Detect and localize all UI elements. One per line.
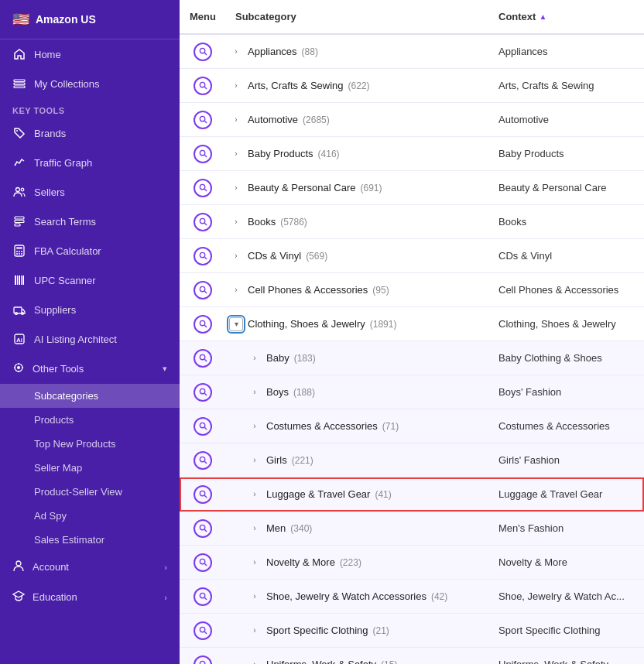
row-search-btn[interactable] (180, 587, 226, 606)
row-search-btn[interactable] (180, 553, 226, 572)
row-context-cell: Clothing, Shoes & Jewelry (489, 312, 644, 336)
row-search-btn[interactable] (180, 621, 226, 640)
svg-point-30 (200, 48, 204, 53)
sidebar-item-traffic-graph[interactable]: Traffic Graph (0, 148, 180, 177)
row-search-btn[interactable] (180, 655, 226, 665)
category-count: (622) (348, 80, 370, 91)
row-search-btn[interactable] (180, 417, 226, 436)
sidebar-item-brands[interactable]: Brands (0, 118, 180, 148)
expand-btn[interactable]: › (229, 45, 243, 59)
traffic-graph-icon (12, 156, 26, 169)
sidebar: 🇺🇸 Amazon US Home My Collections Key Too… (0, 0, 180, 664)
account-icon (12, 560, 25, 574)
sidebar-sub-ad-spy[interactable]: Ad Spy (0, 504, 180, 528)
search-icon (194, 145, 212, 163)
row-search-btn[interactable] (180, 179, 226, 197)
category-count: (1891) (370, 319, 397, 330)
category-count: (416) (318, 149, 340, 159)
row-search-btn[interactable] (180, 111, 226, 129)
education-icon (12, 590, 25, 604)
category-name: Sport Specific Clothing (266, 625, 368, 636)
sidebar-item-fba-calculator[interactable]: FBA Calculator (0, 236, 180, 265)
row-search-btn[interactable] (180, 349, 226, 368)
expand-btn[interactable]: › (248, 556, 262, 570)
key-tools-section: Key Tools (0, 98, 180, 118)
expand-btn[interactable]: › (248, 419, 262, 433)
row-context-cell: Luggage & Travel Gear (489, 482, 644, 506)
svg-line-57 (204, 495, 207, 498)
expand-btn[interactable]: › (229, 79, 243, 93)
sidebar-sub-sales-estimator[interactable]: Sales Estimator (0, 528, 180, 552)
expand-btn[interactable]: › (229, 147, 243, 161)
sidebar-item-upc-scanner[interactable]: UPC Scanner (0, 265, 180, 295)
svg-point-12 (19, 251, 20, 252)
collections-label: My Collections (34, 78, 100, 90)
expand-btn[interactable]: › (229, 249, 243, 263)
svg-point-44 (200, 286, 204, 291)
expand-btn[interactable]: › (248, 385, 262, 399)
svg-line-47 (204, 325, 207, 327)
row-search-btn[interactable] (180, 145, 226, 163)
expand-btn[interactable]: › (248, 488, 262, 501)
expand-btn[interactable]: › (229, 215, 243, 229)
expand-btn[interactable]: › (229, 181, 243, 195)
sidebar-sub-product-seller-view[interactable]: Product-Seller View (0, 480, 180, 504)
row-context-cell: Men's Fashion (489, 516, 644, 540)
th-menu: Menu (180, 0, 226, 33)
expand-btn[interactable]: › (229, 113, 243, 127)
row-search-btn[interactable] (180, 383, 226, 402)
expand-btn[interactable]: › (248, 351, 262, 365)
sidebar-sub-products[interactable]: Products (0, 408, 180, 432)
sidebar-sub-top-new-products[interactable]: Top New Products (0, 432, 180, 456)
th-context[interactable]: Context ▲ (489, 0, 644, 33)
sidebar-item-sellers[interactable]: Sellers (0, 177, 180, 207)
svg-line-61 (204, 563, 207, 566)
category-name: Cell Phones & Accessories (248, 284, 368, 296)
education-group[interactable]: Education › (0, 582, 180, 612)
account-group[interactable]: Account › (0, 552, 180, 582)
row-search-btn[interactable] (180, 43, 226, 61)
row-context-cell: Costumes & Accessories (489, 414, 644, 438)
row-context-cell: Girls' Fashion (489, 448, 644, 472)
expand-btn[interactable]: › (248, 522, 262, 536)
other-tools-group[interactable]: Other Tools ▾ (0, 354, 180, 384)
svg-point-56 (200, 491, 204, 495)
expand-btn[interactable]: › (248, 590, 262, 604)
row-search-btn[interactable] (180, 519, 226, 538)
row-search-btn[interactable] (180, 485, 226, 504)
expand-btn[interactable]: › (248, 658, 262, 665)
calculator-icon (12, 244, 26, 258)
row-search-btn[interactable] (180, 315, 226, 334)
sidebar-item-suppliers[interactable]: Suppliers (0, 295, 180, 324)
sidebar-item-collections[interactable]: My Collections (0, 69, 180, 98)
row-subcategory-cell: › CDs & Vinyl (569) (226, 243, 489, 269)
search-icon (194, 43, 212, 61)
sidebar-item-home[interactable]: Home (0, 39, 180, 69)
row-context-cell: Baby Products (489, 142, 644, 166)
expand-btn[interactable]: ▾ (229, 317, 243, 331)
sidebar-sub-seller-map[interactable]: Seller Map (0, 456, 180, 480)
svg-line-55 (204, 461, 207, 464)
traffic-graph-label: Traffic Graph (34, 157, 92, 169)
svg-line-53 (204, 427, 207, 430)
row-search-btn[interactable] (180, 247, 226, 265)
expand-btn[interactable]: › (248, 624, 262, 638)
expand-btn[interactable]: › (248, 454, 262, 467)
row-search-btn[interactable] (180, 451, 226, 470)
table-row: › Baby (183) Baby Clothing & Shoes (180, 341, 644, 375)
row-search-btn[interactable] (180, 213, 226, 231)
category-name: Girls (266, 454, 287, 466)
svg-rect-17 (15, 276, 16, 285)
sidebar-item-ai-listing[interactable]: Ai AI Listing Architect (0, 324, 180, 354)
sidebar-item-search-terms[interactable]: Search Terms (0, 207, 180, 236)
row-context-cell: Automotive (489, 108, 644, 132)
row-search-btn[interactable] (180, 281, 226, 299)
expand-btn[interactable]: › (229, 283, 243, 297)
sidebar-sub-subcategories[interactable]: Subcategories (0, 384, 180, 408)
search-terms-icon (12, 214, 26, 228)
category-count: (5786) (280, 217, 307, 228)
row-search-btn[interactable] (180, 77, 226, 95)
category-count: (569) (306, 251, 327, 262)
table-row: › Sport Specific Clothing (21) Sport Spe… (180, 614, 644, 648)
svg-rect-8 (15, 224, 20, 226)
